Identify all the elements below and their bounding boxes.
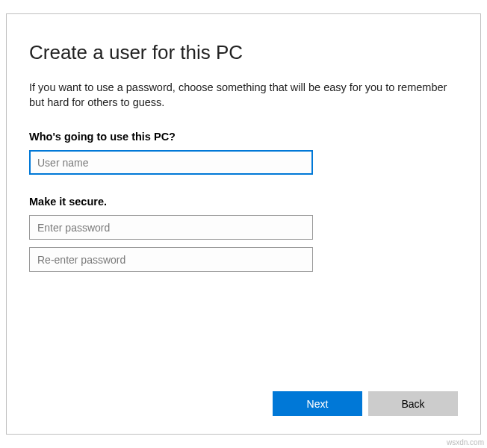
button-row: Next Back <box>273 391 458 416</box>
username-input[interactable] <box>29 150 313 175</box>
section-secure-label: Make it secure. <box>29 196 458 208</box>
password-input[interactable] <box>29 215 313 240</box>
watermark-text: wsxdn.com <box>447 438 484 447</box>
dialog-title: Create a user for this PC <box>29 41 458 64</box>
password-confirm-input[interactable] <box>29 247 313 272</box>
dialog-subtitle: If you want to use a password, choose so… <box>29 81 455 110</box>
back-button[interactable]: Back <box>368 391 458 416</box>
section-user-label: Who's going to use this PC? <box>29 131 458 143</box>
next-button[interactable]: Next <box>273 391 362 416</box>
create-user-dialog: Create a user for this PC If you want to… <box>6 13 481 435</box>
